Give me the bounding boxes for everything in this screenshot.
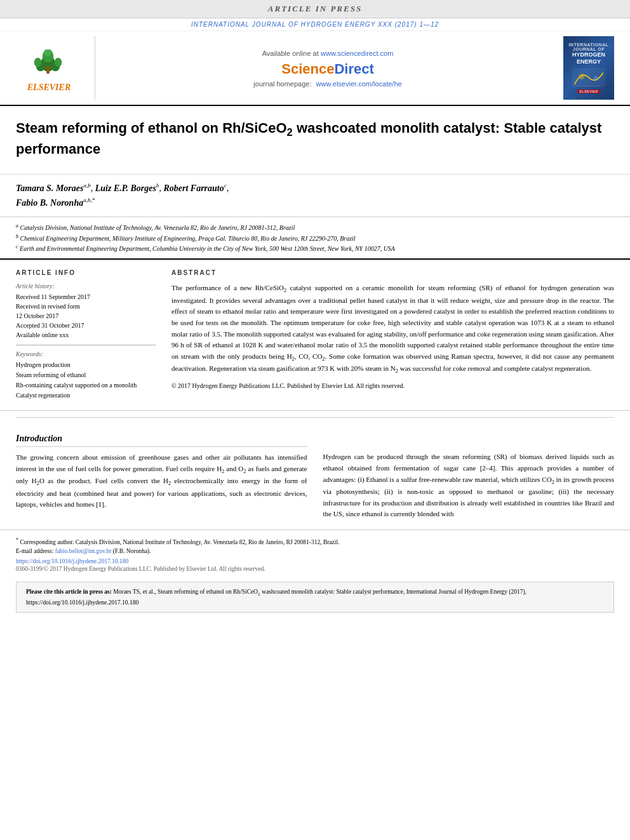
available-online-label: Available online at — [262, 50, 319, 57]
article-info-col: ARTICLE INFO Article history: Received 1… — [16, 269, 156, 401]
journal-homepage-url[interactable]: www.elsevier.com/locate/he — [316, 80, 402, 88]
cover-flag: ELSEVIER — [577, 90, 600, 93]
cover-title: HYDROGEN ENERGY — [566, 51, 612, 65]
journal-center: Available online at www.sciencedirect.co… — [95, 36, 560, 100]
intro-right-col: Hydrogen can be produced through the ste… — [323, 434, 615, 519]
cover-label: INTERNATIONAL JOURNAL OF — [566, 43, 612, 51]
svg-point-12 — [594, 76, 599, 81]
keyword-2: Steam reforming of ethanol — [16, 370, 156, 380]
elsevier-logo-img — [17, 43, 81, 81]
history-received: Received 11 September 2017 — [16, 292, 156, 302]
journal-homepage-line: journal homepage: www.elsevier.com/locat… — [253, 80, 401, 88]
sciencedirect-url[interactable]: www.sciencedirect.com — [321, 50, 393, 57]
info-abstract-section: ARTICLE INFO Article history: Received 1… — [0, 260, 630, 411]
citation-box: Please cite this article in press as: Mo… — [16, 582, 614, 613]
email-suffix: (F.B. Noronha). — [113, 548, 151, 554]
authors-section: Tamara S. Moraesa,b, Luiz E.P. Borgesb, … — [0, 175, 630, 217]
history-revised-label: Received in revised form — [16, 302, 156, 311]
article-title-section: Steam reforming of ethanol on Rh/SiCeO2 … — [0, 106, 630, 175]
affiliation-1: a Catalysis Division, National Institute… — [16, 222, 614, 232]
journal-header-text: INTERNATIONAL JOURNAL OF HYDROGEN ENERGY… — [191, 21, 439, 28]
elsevier-tree-icon — [30, 50, 68, 75]
author-4: Fabio B. Noronha — [16, 198, 83, 208]
article-info-header: ARTICLE INFO — [16, 269, 156, 276]
top-header: ELSEVIER Available online at www.science… — [0, 31, 630, 106]
banner-text: ARTICLE IN PRESS — [268, 4, 362, 13]
affiliations-section: a Catalysis Division, National Institute… — [0, 217, 630, 260]
author-2: Luiz E.P. Borges — [95, 183, 156, 193]
introduction-section: Introduction The growing concern about e… — [0, 424, 630, 529]
article-history: Received 11 September 2017 Received in r… — [16, 292, 156, 340]
email-line: E-mail address: fabio.bellot@int.gov.br … — [16, 547, 614, 556]
science-part: Science — [281, 61, 334, 77]
abstract-header: ABSTRACT — [171, 269, 614, 276]
doi-line[interactable]: https://doi.org/10.1016/j.ijhydene.2017.… — [16, 558, 614, 564]
introduction-heading: Introduction — [16, 434, 307, 447]
author-1-sup: a,b — [83, 182, 90, 189]
sciencedirect-brand: ScienceDirect — [281, 61, 374, 77]
corresponding-author-note: * Corresponding author. Catalysis Divisi… — [16, 537, 614, 547]
intro-left-col: Introduction The growing concern about e… — [16, 434, 307, 519]
doi-text: https://doi.org/10.1016/j.ijhydene.2017.… — [16, 558, 128, 564]
svg-rect-9 — [47, 69, 50, 72]
keyword-3: Rh-containing catalyst supported on a mo… — [16, 380, 156, 390]
history-online: Available online xxx — [16, 330, 156, 340]
author-2-sup: b — [156, 182, 159, 189]
corresponding-author-text: Corresponding author. Catalysis Division… — [20, 539, 339, 545]
keywords-label: Keywords: — [16, 350, 156, 357]
article-title: Steam reforming of ethanol on Rh/SiCeO2 … — [16, 119, 614, 158]
journal-homepage-label: journal homepage: — [253, 80, 311, 88]
intro-left-text: The growing concern about emission of gr… — [16, 452, 307, 510]
authors-line: Tamara S. Moraesa,b, Luiz E.P. Borgesb, … — [16, 181, 614, 210]
journal-header-line: INTERNATIONAL JOURNAL OF HYDROGEN ENERGY… — [0, 18, 630, 31]
author-3: Robert Farrauto — [163, 183, 224, 193]
article-in-press-banner: ARTICLE IN PRESS — [0, 0, 630, 18]
copyright-footer: 0360-3199/© 2017 Hydrogen Energy Publica… — [16, 566, 614, 572]
author-4-sup: a,b,* — [83, 197, 95, 203]
available-online-text: Available online at www.sciencedirect.co… — [262, 48, 394, 58]
history-revised-date: 12 October 2017 — [16, 311, 156, 321]
abstract-copyright: © 2017 Hydrogen Energy Publications LLC.… — [171, 381, 614, 391]
intro-right-text: Hydrogen can be produced through the ste… — [323, 451, 615, 519]
citation-bold: Please cite this article in press as: — [26, 589, 113, 595]
keyword-4: Catalyst regeneration — [16, 390, 156, 401]
abstract-col: ABSTRACT The performance of a new Rh/CeS… — [171, 269, 614, 401]
direct-part: Direct — [334, 61, 373, 77]
journal-cover-image: INTERNATIONAL JOURNAL OF HYDROGEN ENERGY… — [563, 36, 614, 100]
svg-point-8 — [46, 65, 49, 68]
history-accepted: Accepted 31 October 2017 — [16, 321, 156, 330]
keyword-1: Hydrogen production — [16, 360, 156, 370]
elsevier-wordmark: ELSEVIER — [27, 83, 70, 93]
history-divider — [16, 345, 156, 345]
footer-area: * Corresponding author. Catalysis Divisi… — [0, 530, 630, 576]
elsevier-logo: ELSEVIER — [13, 36, 95, 100]
author-3-sup: c — [224, 182, 227, 189]
email-link[interactable]: fabio.bellot@int.gov.br — [55, 548, 112, 554]
affiliation-2: b Chemical Engineering Department, Milit… — [16, 233, 614, 243]
svg-point-11 — [579, 74, 584, 79]
footnote-star: * — [16, 537, 18, 543]
svg-point-5 — [55, 58, 62, 67]
article-history-label: Article history: — [16, 283, 156, 290]
main-section-divider — [16, 417, 614, 418]
affiliation-3: c Earth and Environmental Engineering De… — [16, 243, 614, 253]
author-1: Tamara S. Moraes — [16, 183, 83, 193]
email-label: E-mail address: — [16, 548, 53, 554]
svg-point-4 — [34, 58, 42, 67]
cover-graphic — [566, 68, 611, 87]
abstract-body: The performance of a new Rh/CeSiO2 catal… — [171, 283, 614, 390]
journal-cover: INTERNATIONAL JOURNAL OF HYDROGEN ENERGY… — [560, 36, 617, 100]
